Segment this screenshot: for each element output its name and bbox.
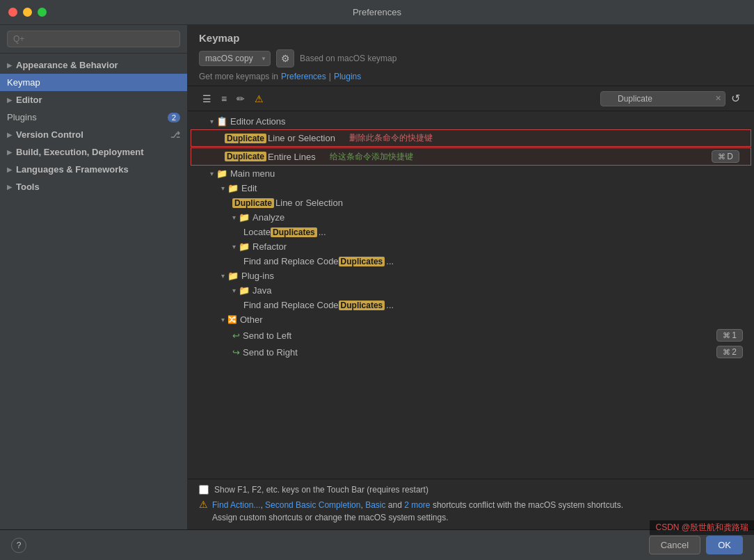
clear-search-icon[interactable]: ✕ <box>715 94 721 103</box>
warning-text: Find Action..., Second Basic Completion,… <box>212 499 623 524</box>
links-row: Get more keymaps in Preferences | Plugin… <box>199 72 743 81</box>
pipe-separator: | <box>329 72 331 81</box>
plugins-badge: 2 <box>168 113 180 122</box>
tree-item-label: Other <box>240 314 263 325</box>
gear-button[interactable]: ⚙ <box>276 49 294 67</box>
tree-item-label: Java <box>252 285 271 296</box>
sidebar-item-version-control[interactable]: ▶ Version Control ⎇ <box>0 126 187 143</box>
tree-item-suffix: ... <box>386 256 394 266</box>
tree-item-send-left[interactable]: ↩ Send to Left ⌘1 <box>188 327 754 344</box>
touch-bar-label: Show F1, F2, etc. keys on the Touch Bar … <box>214 485 428 495</box>
hint-add-shortcut: 给这条命令添加快捷键 <box>330 151 413 163</box>
tree-item-prefix: Find and Replace Code <box>243 300 339 310</box>
warning-button[interactable]: ⚠ <box>251 91 267 106</box>
tree-item-locate-duplicates[interactable]: Locate Duplicates ... <box>188 225 754 239</box>
help-button[interactable]: ? <box>11 538 26 553</box>
tree-item-refactor[interactable]: ▾ 📁 Refactor <box>188 239 754 254</box>
list-tree-button[interactable]: ≡ <box>218 91 230 106</box>
chevron-right-icon: ▶ <box>7 62 12 69</box>
minimize-button[interactable] <box>23 8 32 17</box>
folder-icon: 📁 <box>239 241 250 252</box>
folder-icon: 📁 <box>216 168 227 179</box>
refresh-button[interactable]: ↺ <box>728 90 743 106</box>
send-left-icon: ↩ <box>232 330 240 341</box>
tree-item-analyze[interactable]: ▾ 📁 Analyze <box>188 210 754 225</box>
sidebar-search-box[interactable] <box>0 25 187 54</box>
touch-bar-row: Show F1, F2, etc. keys on the Touch Bar … <box>199 485 743 495</box>
tree-item-plug-ins[interactable]: ▾ 📁 Plug-ins <box>188 269 754 283</box>
folder-icon: 📁 <box>239 212 250 223</box>
tree-item-edit[interactable]: ▾ 📁 Edit <box>188 181 754 195</box>
chevron-down-icon: ▾ <box>210 118 214 125</box>
tree-item-duplicate-line[interactable]: Duplicate Line or Selection 删除此条命令的快捷键 <box>191 129 751 147</box>
sidebar-item-plugins[interactable]: Plugins 2 <box>0 109 187 126</box>
chevron-down-icon: ▾ <box>221 316 225 323</box>
keymap-search-input[interactable] <box>600 91 725 106</box>
warning-icon: ⚠ <box>199 499 208 510</box>
window-controls[interactable] <box>8 8 47 17</box>
touch-bar-checkbox[interactable] <box>199 485 209 495</box>
tree-item-label: Line or Selection <box>268 133 335 143</box>
list-flat-button[interactable]: ☰ <box>199 91 215 106</box>
highlight-badge: Duplicate <box>225 134 266 143</box>
tree-item-main-menu[interactable]: ▾ 📁 Main menu <box>188 166 754 181</box>
shortcut-cmd-d: ⌘D <box>712 150 739 163</box>
chevron-right-icon: ▶ <box>7 184 12 191</box>
sidebar-nav: ▶ Appearance & Behavior Keymap ▶ Editor … <box>0 54 187 529</box>
keymap-select-wrap[interactable]: macOS copy <box>199 51 271 66</box>
tree-item-label: Send to Left <box>243 330 291 341</box>
close-button[interactable] <box>8 8 17 17</box>
sidebar-item-languages[interactable]: ▶ Languages & Frameworks <box>0 161 187 178</box>
chevron-right-icon: ▶ <box>7 131 12 138</box>
tree-item-label: Main menu <box>230 168 275 179</box>
search-field-wrap[interactable]: 🔍 ✕ <box>600 91 725 106</box>
tree-item-suffix: ... <box>386 300 394 310</box>
tree-area: ▾ 📋 Editor Actions Duplicate Line or Sel… <box>188 111 754 479</box>
sidebar-item-label: Editor <box>16 95 42 105</box>
tree-item-send-right[interactable]: ↪ Send to Right ⌘2 <box>188 344 754 360</box>
edit-button[interactable]: ✏ <box>233 91 248 106</box>
toolbar: ☰ ≡ ✏ ⚠ 🔍 ✕ ↺ <box>188 86 754 111</box>
highlight-badge: Duplicate <box>232 198 274 208</box>
plugins-link[interactable]: Plugins <box>334 72 361 81</box>
sidebar-item-appearance[interactable]: ▶ Appearance & Behavior <box>0 56 187 74</box>
chevron-down-icon: ▾ <box>221 272 225 280</box>
tree-item-java[interactable]: ▾ 📁 Java <box>188 283 754 298</box>
tree-item-find-replace-refactor[interactable]: Find and Replace Code Duplicates ... <box>188 254 754 269</box>
keymap-select[interactable]: macOS copy <box>199 51 271 66</box>
sidebar-search-input[interactable] <box>7 31 180 47</box>
sidebar-item-build[interactable]: ▶ Build, Execution, Deployment <box>0 143 187 161</box>
sidebar-item-label: Languages & Frameworks <box>16 164 129 175</box>
maximize-button[interactable] <box>38 8 47 17</box>
content-header: Keymap macOS copy ⚙ Based on macOS keyma… <box>188 25 754 86</box>
tree-item-find-replace-java[interactable]: Find and Replace Code Duplicates ... <box>188 298 754 312</box>
sidebar-item-label: Plugins <box>7 112 37 122</box>
tree-item-label: Send to Right <box>243 347 298 358</box>
tree-item-edit-duplicate[interactable]: Duplicate Line or Selection <box>188 195 754 210</box>
chevron-down-icon: ▾ <box>221 184 225 192</box>
sidebar-item-label: Build, Execution, Deployment <box>16 147 143 157</box>
basic-link[interactable]: Basic <box>365 500 385 510</box>
more-link[interactable]: 2 more <box>404 500 430 510</box>
chevron-down-icon: ▾ <box>210 170 214 177</box>
shortcut-cmd-2: ⌘2 <box>716 346 743 358</box>
ok-button[interactable]: OK <box>706 536 743 554</box>
shortcut-cmd-1: ⌘1 <box>716 329 743 342</box>
main-layout: ▶ Appearance & Behavior Keymap ▶ Editor … <box>0 25 754 529</box>
git-icon: ⎇ <box>170 130 180 140</box>
sidebar-item-tools[interactable]: ▶ Tools <box>0 178 187 195</box>
tree-item-label: Analyze <box>252 212 284 223</box>
preferences-link[interactable]: Preferences <box>281 72 326 81</box>
folder-icon: 📁 <box>227 183 239 193</box>
sidebar-item-label: Tools <box>16 182 40 192</box>
sidebar-item-editor[interactable]: ▶ Editor <box>0 91 187 109</box>
sidebar-item-keymap[interactable]: Keymap <box>0 74 187 91</box>
cancel-button[interactable]: Cancel <box>649 536 700 554</box>
tree-item-duplicate-entire[interactable]: Duplicate Entire Lines 给这条命令添加快捷键 ⌘D <box>191 147 751 166</box>
tree-item-editor-actions[interactable]: ▾ 📋 Editor Actions <box>188 114 754 129</box>
second-basic-link[interactable]: Second Basic Completion <box>265 500 360 510</box>
tree-item-prefix: Locate <box>243 227 271 237</box>
tree-item-other[interactable]: ▾ 🔀 Other <box>188 312 754 327</box>
highlight-badge: Duplicates <box>339 301 385 310</box>
find-action-link[interactable]: Find Action... <box>212 500 260 510</box>
